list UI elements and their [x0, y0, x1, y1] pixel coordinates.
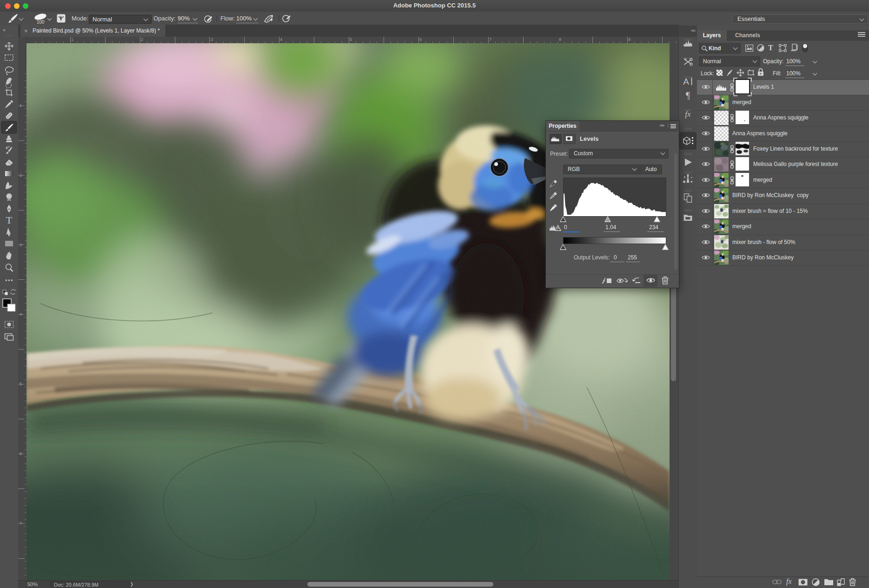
- svg-text:A: A: [683, 77, 689, 86]
- svg-text:¶: ¶: [686, 90, 690, 100]
- svg-text:fx: fx: [685, 110, 691, 119]
- svg-text:T: T: [6, 214, 13, 226]
